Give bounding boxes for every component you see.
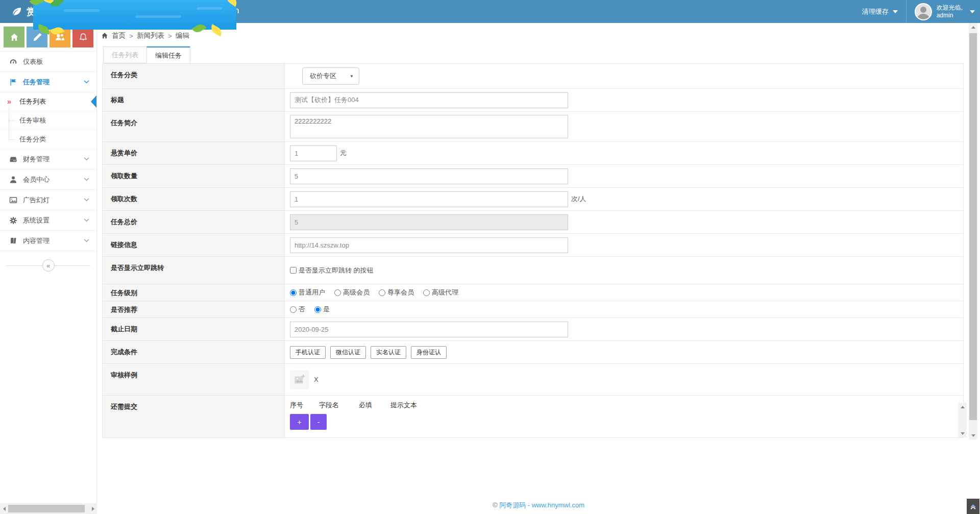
scroll-up-arrow[interactable] — [958, 403, 967, 411]
unit-price-input[interactable] — [290, 145, 337, 161]
category-select[interactable]: 砍价专区 ▼ — [302, 67, 359, 85]
sidebar-item-member-center[interactable]: 会员中心 — [0, 169, 96, 190]
chevron-down-icon — [84, 198, 89, 202]
field-label: 是否显示立即跳转 — [103, 257, 285, 284]
sidebar-collapse-button[interactable]: « — [42, 259, 55, 272]
times-suffix: 次/人 — [571, 194, 586, 204]
user-menu-toggle[interactable] — [966, 10, 975, 13]
scrollbar-thumb[interactable] — [969, 33, 977, 420]
jump-checkbox-option[interactable]: 是否显示立即跳转 的按钮 — [290, 266, 374, 275]
sidebar-item-dashboard[interactable]: 仪表板 — [0, 52, 96, 72]
footer-link[interactable]: 阿奇源码 - www.hnymwl.com — [499, 501, 584, 509]
quantity-input[interactable] — [290, 168, 568, 184]
field-label: 完成条件 — [103, 341, 285, 363]
breadcrumb-home[interactable]: 首页 — [112, 31, 126, 40]
sidebar-item-label: 任务列表 — [19, 97, 46, 106]
image-icon — [9, 196, 17, 204]
welcome-line1: 欢迎光临, — [937, 4, 963, 12]
bell-icon — [79, 33, 88, 42]
sidebar-item-ad-slides[interactable]: 广告幻灯 — [0, 190, 96, 210]
active-item-arrow-icon — [91, 95, 96, 108]
level-option-normal[interactable]: 普通用户 — [290, 288, 325, 297]
field-label: 任务分类 — [103, 64, 285, 88]
user-icon — [9, 176, 17, 184]
title-input[interactable] — [290, 92, 568, 108]
avatar[interactable] — [915, 3, 932, 20]
task-submenu: » 任务列表 任务审核 任务分类 — [0, 92, 96, 149]
category-selected-value: 砍价专区 — [310, 71, 336, 81]
field-label: 领取次数 — [103, 188, 285, 210]
level-radio[interactable] — [423, 289, 430, 296]
level-option-senior-agent[interactable]: 高级代理 — [423, 288, 458, 297]
home-quick-button[interactable] — [4, 27, 24, 47]
sample-remove-button[interactable]: X — [314, 376, 318, 383]
sidebar-item-task-management[interactable]: 任务管理 — [0, 72, 96, 92]
scroll-down-arrow[interactable] — [969, 431, 977, 439]
breadcrumb-section[interactable]: 新闻列表 — [137, 31, 164, 40]
condition-phone-verify-button[interactable]: 手机认证 — [290, 346, 326, 359]
form-row-quantity: 领取数量 — [103, 165, 963, 188]
recommend-option-no[interactable]: 否 — [290, 305, 305, 314]
sidebar-collapse-row: « — [0, 257, 96, 275]
field-label: 链接信息 — [103, 234, 285, 256]
level-radio[interactable] — [379, 289, 385, 296]
field-label: 领取数量 — [103, 165, 285, 187]
tab-edit-task[interactable]: 编辑任务 — [146, 46, 190, 63]
tab-bar: 任务列表 编辑任务 — [103, 46, 980, 63]
sidebar-item-system-settings[interactable]: 系统设置 — [0, 210, 96, 231]
sidebar-item-task-list[interactable]: » 任务列表 — [0, 92, 96, 111]
back-to-top-button[interactable] — [967, 499, 979, 514]
scroll-left-arrow[interactable] — [0, 503, 8, 514]
scroll-right-arrow[interactable] — [89, 503, 97, 514]
level-radio[interactable] — [290, 289, 297, 296]
link-input[interactable] — [290, 237, 568, 253]
field-label: 截止日期 — [103, 318, 285, 340]
level-option-premium-member[interactable]: 尊享会员 — [379, 288, 414, 297]
condition-id-verify-button[interactable]: 身份证认 — [411, 346, 447, 359]
jump-checkbox[interactable] — [290, 267, 297, 274]
recommend-radio[interactable] — [314, 306, 321, 313]
tab-task-list[interactable]: 任务列表 — [103, 46, 147, 63]
chevron-down-icon — [84, 157, 89, 161]
deadline-input[interactable] — [290, 322, 568, 337]
main-vertical-scrollbar[interactable] — [969, 23, 977, 439]
level-option-senior-member[interactable]: 高级会员 — [334, 288, 370, 297]
extra-add-row-button[interactable]: + — [290, 414, 309, 430]
sidebar-item-finance[interactable]: 财务管理 — [0, 149, 96, 169]
condition-wechat-verify-button[interactable]: 微信认证 — [330, 346, 366, 359]
horizontal-scrollbar[interactable] — [0, 503, 97, 514]
form-row-recommend: 是否推荐 否 是 — [103, 301, 963, 318]
radio-label: 高级代理 — [432, 288, 458, 297]
recommend-option-yes[interactable]: 是 — [314, 305, 330, 314]
recommend-radio[interactable] — [290, 306, 297, 313]
condition-realname-verify-button[interactable]: 实名认证 — [371, 346, 406, 359]
active-marker: » — [7, 97, 11, 106]
welcome-line2: admin — [937, 12, 963, 19]
clear-cache-menu[interactable]: 清理缓存 — [862, 7, 898, 16]
floating-promo-banner[interactable] — [33, 0, 236, 30]
sidebar-item-content-management[interactable]: 内容管理 — [0, 231, 96, 251]
edit-task-form: 任务分类 砍价专区 ▼ 标题 任务简介 2222222222 悬赏单价 — [102, 63, 964, 438]
leaf-decor — [50, 0, 64, 9]
sidebar-item-task-review[interactable]: 任务审核 — [0, 111, 96, 130]
sidebar-item-task-category[interactable]: 任务分类 — [0, 130, 96, 149]
extra-header-required: 必填 — [359, 401, 390, 410]
cloud-decor — [135, 15, 181, 18]
sample-image-upload[interactable] — [290, 370, 309, 389]
scrollbar-thumb[interactable] — [8, 505, 85, 512]
scroll-down-arrow[interactable] — [958, 429, 967, 437]
radio-label: 否 — [299, 305, 305, 314]
intro-textarea[interactable]: 2222222222 — [290, 115, 568, 138]
breadcrumb-separator: > — [168, 32, 172, 40]
notifications-quick-button[interactable] — [72, 27, 93, 47]
sidebar-item-label: 广告幻灯 — [23, 195, 50, 205]
form-row-deadline: 截止日期 — [103, 318, 963, 341]
main-content: 首页 > 新闻列表 > 编辑 任务列表 编辑任务 任务分类 砍价专区 ▼ 标题 … — [97, 23, 980, 514]
breadcrumb-current: 编辑 — [176, 31, 189, 40]
extra-remove-row-button[interactable]: - — [310, 414, 327, 430]
level-radio[interactable] — [334, 289, 341, 296]
sidebar: 仪表板 任务管理 » 任务列表 任务审核 任务分类 财务管理 会员中心 广告幻 — [0, 23, 97, 503]
extra-fields-scrollbar[interactable] — [958, 403, 967, 437]
scroll-up-arrow[interactable] — [969, 23, 977, 31]
times-input[interactable] — [290, 191, 568, 207]
